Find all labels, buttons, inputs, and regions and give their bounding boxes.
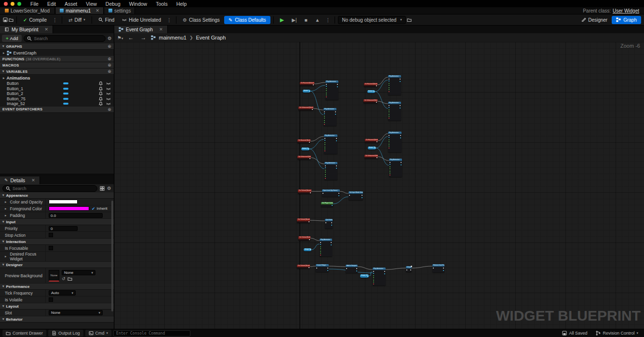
graph-node[interactable]: Set Input Mode Game Only: [349, 191, 363, 200]
checkbox[interactable]: [49, 233, 53, 237]
view-options-icon[interactable]: [100, 186, 105, 191]
closed-eye-icon[interactable]: [106, 81, 111, 86]
revision-control-button[interactable]: Revision Control ▾: [592, 330, 642, 337]
graph-node[interactable]: Image_52: [304, 248, 311, 251]
category-animations[interactable]: ▸ Animations: [0, 75, 114, 81]
compile-button[interactable]: ✓ Compile: [20, 16, 50, 24]
graph-node[interactable]: Remove from Parent: [432, 264, 444, 272]
compile-options-icon[interactable]: ⋮: [51, 17, 59, 23]
graph-node[interactable]: Play Animation: [324, 162, 337, 180]
graph-node[interactable]: Delay: [406, 266, 412, 272]
details-section-header[interactable]: ▾Performance: [0, 283, 114, 290]
graph-node[interactable]: Play Animation: [373, 268, 386, 285]
menu-item-window[interactable]: Window: [125, 1, 151, 7]
back-arrow-icon[interactable]: ←: [126, 34, 135, 41]
graph-node[interactable]: Get Player Controller: [321, 202, 333, 207]
graph-node[interactable]: On Hovered (Button): [300, 82, 314, 86]
tab-event-graph[interactable]: Event Graph ✕: [114, 26, 168, 33]
class-defaults-button[interactable]: ✎ Class Defaults: [224, 16, 270, 24]
stop-button[interactable]: ■: [301, 16, 311, 24]
add-dispatcher-icon[interactable]: ⊕: [107, 107, 111, 112]
my-blueprint-search-input[interactable]: Search: [24, 35, 106, 42]
find-button[interactable]: Find: [95, 16, 118, 24]
graph-node[interactable]: On Unhovered (Button_2): [297, 156, 311, 160]
maximize-window-icon[interactable]: [17, 2, 21, 6]
details-section-header[interactable]: ▾Appearance: [0, 192, 114, 199]
checkbox[interactable]: [49, 297, 53, 302]
graph-mode-button[interactable]: Graph: [612, 16, 641, 24]
save-icon[interactable]: [3, 17, 8, 22]
breadcrumb-root[interactable]: mainmenu1: [159, 35, 186, 40]
color-swatch[interactable]: [49, 206, 89, 211]
section-variables[interactable]: ▾ VARIABLES ⊕: [0, 68, 114, 75]
graph-node[interactable]: On Unhovered (Button_1): [363, 99, 377, 103]
variable-row[interactable]: Button_2: [0, 91, 114, 96]
graph-node[interactable]: Play Animation: [320, 239, 332, 256]
row-event-graph[interactable]: ▸ EventGraph: [0, 50, 114, 56]
browse-debug-icon[interactable]: [407, 17, 412, 22]
add-macro-icon[interactable]: ⊕: [107, 63, 111, 67]
closed-eye-icon[interactable]: [106, 96, 111, 101]
eject-button[interactable]: ▲: [312, 16, 323, 24]
panel-settings-gear-icon[interactable]: ⚙: [107, 36, 112, 41]
dropdown-select[interactable]: None▾: [49, 310, 103, 315]
graph-node[interactable]: On Clicked (Button_1): [297, 218, 310, 223]
expand-triangle-icon[interactable]: ▸: [5, 207, 7, 211]
tab-my-blueprint[interactable]: My Blueprint ✕: [0, 26, 53, 33]
graph-node[interactable]: Play Animation: [389, 159, 402, 177]
add-graph-icon[interactable]: ⊕: [107, 44, 111, 49]
graph-node[interactable]: On Hovered (Button_1): [364, 83, 377, 87]
output-log-button[interactable]: Output Log: [48, 330, 83, 337]
tab-mainmenu1[interactable]: mainmenu1 ✕: [56, 7, 104, 14]
frame-skip-button[interactable]: ▶|: [288, 16, 300, 24]
details-section-header[interactable]: ▾Input: [0, 219, 114, 225]
console-command-input[interactable]: Enter Console Command: [113, 330, 190, 337]
graph-node[interactable]: Image_52: [360, 274, 369, 278]
graph-node[interactable]: Button_75: [368, 147, 376, 149]
background-select[interactable]: None▾: [62, 270, 95, 275]
graph-node[interactable]: Play Animation: [388, 132, 402, 152]
menu-item-file[interactable]: File: [26, 1, 43, 7]
close-window-icon[interactable]: [4, 2, 8, 6]
section-graphs[interactable]: ▾ GRAPHS ⊕: [0, 43, 114, 50]
section-event-dispatchers[interactable]: EVENT DISPATCHERS ⊕: [0, 107, 114, 113]
section-functions[interactable]: FUNCTIONS (38 OVERRIDABLE) ⊕: [0, 56, 114, 62]
variable-row[interactable]: Image_52: [0, 101, 114, 107]
content-drawer-button[interactable]: Content Drawer: [2, 330, 46, 337]
bell-icon[interactable]: [98, 101, 103, 106]
menu-item-debug[interactable]: Debug: [101, 1, 125, 7]
graph-node[interactable]: Open Level (by Name): [322, 189, 340, 197]
closed-eye-icon[interactable]: [106, 91, 111, 96]
close-tab-icon[interactable]: ✕: [159, 27, 163, 32]
hide-unrelated-button[interactable]: Hide Unrelated: [119, 16, 164, 24]
menu-item-help[interactable]: Help: [172, 1, 191, 7]
bell-icon[interactable]: [98, 86, 103, 91]
details-section-header[interactable]: ▾Designer: [0, 262, 114, 268]
graph-node[interactable]: On Clicked (Button_2): [298, 236, 310, 241]
graph-node[interactable]: Play Animation: [325, 81, 338, 100]
debug-object-select[interactable]: No debug object selected ▾: [338, 16, 405, 24]
variable-row[interactable]: Button_75: [0, 96, 114, 102]
details-scrollbar[interactable]: [111, 201, 113, 311]
inherit-checkbox[interactable]: ✔Inherit: [92, 206, 107, 211]
graph-node[interactable]: Add to Viewport: [346, 265, 358, 273]
add-variable-icon[interactable]: ⊕: [107, 69, 111, 74]
close-tab-icon[interactable]: ✕: [95, 8, 99, 13]
class-settings-button[interactable]: ⚙ Class Settings: [179, 16, 223, 24]
closed-eye-icon[interactable]: [106, 86, 111, 91]
tab-settings[interactable]: settings: [105, 7, 135, 14]
play-options-icon[interactable]: ⋮: [324, 17, 332, 23]
close-panel-icon[interactable]: ✕: [31, 178, 35, 183]
variable-row[interactable]: Button_1: [0, 86, 114, 92]
value-field[interactable]: 0.0: [49, 213, 103, 218]
graph-node[interactable]: On Hovered (Button_75): [365, 139, 378, 143]
color-swatch[interactable]: [49, 200, 78, 204]
add-button[interactable]: + Add: [2, 35, 22, 42]
bell-icon[interactable]: [98, 91, 103, 96]
checkbox[interactable]: [49, 246, 53, 250]
designer-mode-button[interactable]: Designer: [578, 16, 611, 24]
dropdown-select[interactable]: Auto▾: [49, 290, 76, 296]
close-panel-icon[interactable]: ✕: [45, 27, 49, 32]
graph-node[interactable]: Quit Game: [325, 219, 333, 229]
use-selected-icon[interactable]: ↺: [62, 276, 66, 281]
